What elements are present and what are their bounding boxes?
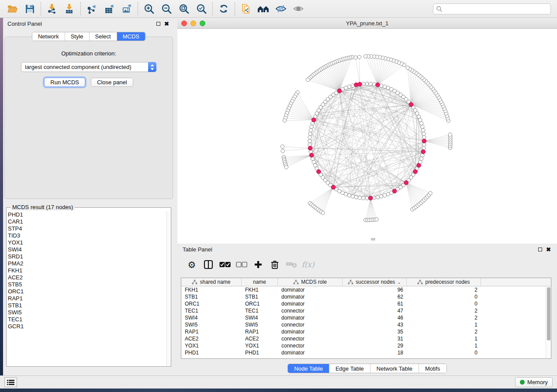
table-cell[interactable]: 47 [343, 307, 407, 314]
network-node[interactable] [362, 82, 365, 86]
mcds-hub-node[interactable] [421, 150, 426, 154]
table-cell[interactable]: 62 [343, 293, 407, 300]
table-cell[interactable]: 0 [407, 349, 481, 356]
table-cell[interactable]: 43 [343, 321, 407, 328]
table-row[interactable]: FKH1FKH1dominator962 [181, 286, 551, 293]
table-cell[interactable]: 46 [343, 314, 407, 321]
network-node[interactable] [448, 133, 452, 136]
table-cell[interactable]: connector [278, 335, 343, 342]
network-canvas[interactable] [177, 29, 557, 244]
mcds-hub-node[interactable] [392, 189, 397, 193]
network-node[interactable] [386, 193, 390, 196]
zoom-fit-button[interactable] [175, 1, 193, 16]
split-panel-button[interactable] [201, 257, 216, 272]
mcds-hub-node[interactable] [331, 185, 336, 189]
show-panels-button[interactable] [4, 377, 17, 387]
mcds-hub-node[interactable] [311, 118, 316, 122]
mcds-hub-node[interactable] [308, 146, 312, 151]
mcds-hub-node[interactable] [368, 196, 373, 200]
mcds-result-item[interactable]: SWI5 [7, 309, 166, 316]
tab-node-table[interactable]: Node Table [288, 364, 329, 373]
table-cell[interactable]: dominator [278, 349, 343, 356]
table-cell[interactable]: 1 [407, 321, 481, 328]
table-cell[interactable]: ACE2 [181, 335, 242, 342]
mcds-result-item[interactable]: SRD1 [7, 253, 166, 260]
table-cell[interactable]: 0 [407, 300, 481, 307]
column-header-MCDS-role[interactable]: MCDS role [278, 278, 343, 286]
network-node[interactable] [354, 195, 358, 199]
column-header-predecessor-nodes[interactable]: predecessor nodes [407, 278, 481, 286]
mcds-hub-node[interactable] [417, 163, 421, 168]
network-node[interactable] [422, 132, 426, 135]
network-node[interactable] [321, 211, 325, 214]
tab-network-table[interactable]: Network Table [370, 364, 419, 373]
table-cell[interactable]: SWI4 [242, 314, 278, 321]
mcds-result-item[interactable]: GCR1 [7, 323, 166, 330]
table-cell[interactable]: YOX1 [242, 342, 278, 349]
network-node[interactable] [383, 85, 386, 88]
table-cell[interactable]: 31 [343, 335, 407, 342]
table-cell[interactable]: TEC1 [181, 307, 242, 314]
network-node[interactable] [419, 157, 423, 160]
network-node[interactable] [308, 143, 311, 146]
mcds-hub-node[interactable] [404, 181, 408, 185]
network-node[interactable] [362, 196, 365, 200]
table-row[interactable]: RAP1RAP1dominator352 [181, 328, 551, 335]
tab-style[interactable]: Style [65, 32, 90, 41]
network-node[interactable] [419, 118, 422, 122]
table-cell[interactable]: 18 [343, 349, 407, 356]
zoom-out-button[interactable] [158, 1, 175, 16]
network-node[interactable] [369, 82, 372, 86]
network-node[interactable] [354, 56, 357, 59]
table-cell[interactable]: FKH1 [242, 286, 278, 293]
function-builder-button[interactable]: f(x) [301, 257, 315, 272]
deselect-all-button[interactable] [234, 257, 249, 272]
table-cell[interactable]: connector [278, 307, 343, 314]
tab-motifs[interactable]: Motifs [419, 364, 446, 373]
table-cell[interactable]: RAP1 [181, 328, 242, 335]
mcds-result-item[interactable]: STB1 [7, 302, 166, 309]
mcds-hub-node[interactable] [409, 103, 413, 107]
mcds-result-item[interactable]: PMA2 [7, 260, 166, 267]
table-scrollbar-thumb[interactable] [547, 287, 550, 340]
save-session-button[interactable] [21, 1, 38, 16]
network-node[interactable] [351, 195, 354, 198]
tab-edge-table[interactable]: Edge Table [329, 364, 370, 373]
table-scrollbar[interactable] [546, 287, 550, 358]
network-node[interactable] [429, 191, 432, 195]
mcds-hub-node[interactable] [337, 89, 342, 93]
network-node[interactable] [312, 160, 315, 164]
close-panel-icon[interactable]: ✖ [164, 22, 169, 26]
mcds-hub-node[interactable] [422, 139, 426, 143]
table-cell[interactable]: ACE2 [242, 335, 278, 342]
network-node[interactable] [421, 125, 424, 128]
network-node[interactable] [372, 196, 376, 199]
export-network-button[interactable] [83, 1, 100, 16]
network-node[interactable] [419, 121, 423, 125]
float-panel-icon[interactable] [538, 248, 542, 251]
table-cell[interactable]: dominator [278, 300, 343, 307]
table-cell[interactable]: 2 [407, 307, 481, 314]
network-node[interactable] [357, 55, 361, 59]
zoom-in-button[interactable] [140, 1, 158, 16]
mcds-hub-node[interactable] [317, 169, 321, 174]
mcds-result-item[interactable]: SWI4 [7, 246, 166, 253]
zoom-selected-button[interactable] [193, 1, 210, 16]
show-all-button[interactable] [290, 1, 307, 16]
table-cell[interactable]: 2 [407, 286, 481, 293]
mcds-result-item[interactable]: FKH1 [7, 267, 166, 274]
network-node[interactable] [283, 119, 287, 122]
table-cell[interactable]: TEC1 [242, 307, 278, 314]
export-image-button[interactable] [118, 1, 135, 16]
table-row[interactable]: SWI4SWI4dominator462 [181, 314, 551, 321]
search-input[interactable] [443, 6, 548, 12]
hide-selected-button[interactable] [272, 1, 290, 16]
mcds-result-item[interactable]: PHD1 [7, 211, 166, 218]
network-node[interactable] [347, 193, 351, 197]
mcds-result-scrollbar[interactable] [166, 211, 171, 366]
table-cell[interactable]: connector [278, 342, 343, 349]
table-cell[interactable]: 96 [343, 286, 407, 293]
network-node[interactable] [284, 165, 288, 169]
mcds-result-item[interactable]: YOX1 [7, 239, 166, 246]
table-cell[interactable]: PHD1 [181, 349, 242, 356]
